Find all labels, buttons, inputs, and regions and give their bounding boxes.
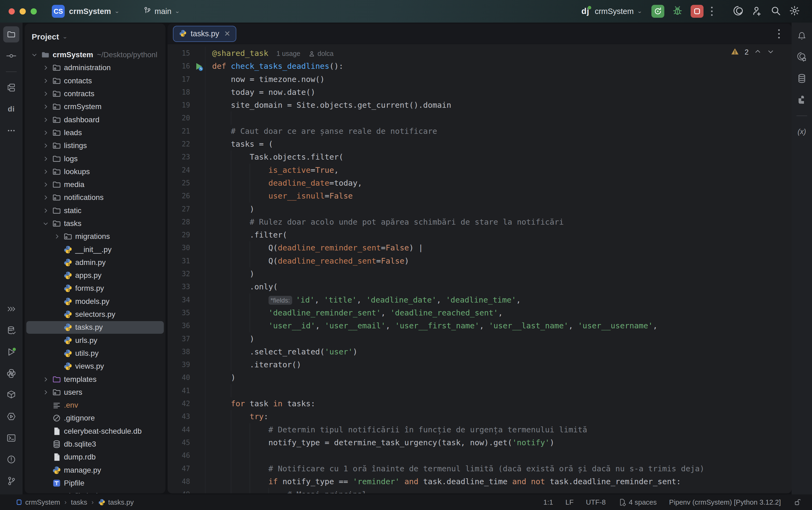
tree-item-celerybeat-schedule-db[interactable]: celerybeat-schedule.db [25, 425, 166, 438]
tree-item-models-py[interactable]: models.py [25, 295, 166, 308]
tree-item-utils-py[interactable]: utils.py [25, 347, 166, 360]
tree-item-tasks-py[interactable]: tasks.py [25, 321, 166, 334]
chevron-down-icon[interactable] [29, 52, 40, 58]
tree-item-users[interactable]: users [25, 386, 166, 399]
add-user-icon[interactable] [751, 5, 762, 18]
tree-item--env[interactable]: .env [25, 399, 166, 412]
project-name[interactable]: crmSystem [69, 7, 111, 16]
status-interpreter[interactable]: Pipenv (crmSystem) [Python 3.12.2] [669, 498, 781, 507]
more-run-actions-button[interactable] [711, 7, 713, 16]
tree-item-media[interactable]: media [25, 178, 166, 191]
code-editor[interactable]: 15@shared_task1 usagedolca16def check_ta… [168, 44, 791, 493]
tree-item-db-sqlite3[interactable]: db.sqlite3 [25, 438, 166, 451]
project-panel-header[interactable]: Project ⌄ [25, 24, 166, 44]
previous-problem-icon[interactable] [754, 48, 761, 56]
git-icon[interactable] [3, 473, 19, 489]
tree-item-lookups[interactable]: lookups [25, 165, 166, 178]
run-task-gutter-icon[interactable] [190, 60, 205, 73]
git-branch-widget[interactable]: main ⌄ [143, 6, 180, 17]
chevron-right-icon[interactable] [52, 233, 62, 240]
tree-item-static[interactable]: static [25, 204, 166, 217]
more-tool-windows-icon[interactable] [3, 122, 19, 139]
database-changes-icon[interactable] [3, 322, 19, 339]
database-icon[interactable] [794, 70, 810, 87]
chevron-right-icon[interactable] [40, 142, 51, 149]
tree-item-views-py[interactable]: views.py [25, 360, 166, 373]
breadcrumb-crmsystem[interactable]: crmSystem [16, 498, 60, 507]
variables-icon[interactable]: (x) [794, 123, 810, 140]
tree-item-templates[interactable]: templates [25, 373, 166, 386]
tree-item-crmsystem[interactable]: crmSystem~/Desktop/pythonl [25, 48, 166, 61]
chevron-right-icon[interactable] [40, 155, 51, 162]
tree-item-selectors-py[interactable]: selectors.py [25, 308, 166, 321]
tree-item-contacts[interactable]: contacts [25, 75, 166, 87]
status-encoding[interactable]: UTF-8 [586, 498, 606, 507]
settings-gear-icon[interactable] [789, 5, 800, 18]
notifications-icon[interactable] [794, 27, 810, 44]
django-structure-icon[interactable]: di [3, 101, 19, 117]
tree-item-crmsystem[interactable]: crmSystem [25, 100, 166, 113]
minimize-window-button[interactable] [20, 8, 26, 15]
python-console-icon[interactable] [3, 365, 19, 381]
tree-item-forms-py[interactable]: forms.py [25, 282, 166, 295]
tree-item-logs[interactable]: logs [25, 152, 166, 165]
tree-item-notifications[interactable]: notifications [25, 191, 166, 204]
tree-item-pipfile-lock[interactable]: Pipfile.lock [25, 489, 166, 493]
close-window-button[interactable] [8, 8, 15, 15]
run-icon[interactable] [3, 344, 19, 360]
tree-item-listings[interactable]: listings [25, 139, 166, 152]
chevron-right-icon[interactable] [40, 64, 51, 71]
project-folder-icon[interactable] [3, 26, 19, 42]
chevron-right-icon[interactable] [40, 78, 51, 84]
tab-tasks-py[interactable]: tasks.py ✕ [173, 26, 236, 42]
tree-item-manage-py[interactable]: manage.py [25, 464, 166, 477]
status-indent[interactable]: 4 spaces [618, 498, 657, 507]
problems-icon[interactable] [3, 451, 19, 468]
commit-icon[interactable] [3, 48, 19, 64]
breadcrumb-tasks-py[interactable]: tasks.py [98, 498, 134, 507]
tree-item--init-py[interactable]: __init__.py [25, 243, 166, 256]
tab-options-kebab[interactable] [778, 29, 780, 38]
chevron-right-icon[interactable] [40, 90, 51, 97]
services-icon[interactable] [3, 408, 19, 425]
breadcrumb-tasks[interactable]: tasks [71, 498, 87, 507]
tree-item-apps-py[interactable]: apps.py [25, 269, 166, 282]
tree-item-leads[interactable]: leads [25, 126, 166, 139]
status-line-separator[interactable]: LF [566, 498, 574, 507]
chevron-right-icon[interactable] [40, 389, 51, 396]
tree-item-migrations[interactable]: migrations [25, 230, 166, 243]
ai-assistant-icon[interactable] [732, 5, 744, 18]
chevron-right-icon[interactable] [40, 181, 51, 188]
chevron-right-icon[interactable] [40, 168, 51, 175]
structure-icon[interactable] [3, 80, 19, 96]
tree-item-urls-py[interactable]: urls.py [25, 334, 166, 347]
tree-item-contracts[interactable]: contracts [25, 87, 166, 100]
chevron-right-icon[interactable] [40, 194, 51, 201]
rerun-button[interactable] [652, 5, 664, 18]
chevron-right-icon[interactable] [40, 117, 51, 123]
terminal-icon[interactable] [3, 430, 19, 446]
python-packages-icon[interactable] [3, 387, 19, 403]
tree-item-admin-py[interactable]: admin.py [25, 256, 166, 269]
tree-item-administration[interactable]: administration [25, 61, 166, 74]
stop-button[interactable] [691, 5, 703, 18]
debug-button[interactable] [672, 5, 683, 18]
tree-item-tasks[interactable]: tasks [25, 217, 166, 230]
next-problem-icon[interactable] [767, 48, 774, 56]
tree-item--gitignore[interactable]: .gitignore [25, 412, 166, 425]
tree-item-pipfile[interactable]: Pipfile [25, 477, 166, 489]
chevron-right-icon[interactable] [40, 130, 51, 136]
ai-assistant-icon[interactable] [794, 49, 810, 65]
tree-item-dump-rdb[interactable]: dump.rdb [25, 451, 166, 463]
maximize-window-button[interactable] [31, 8, 37, 15]
chevron-right-icon[interactable] [40, 376, 51, 382]
chevron-down-icon[interactable] [40, 220, 51, 227]
hide-windows-icon[interactable] [3, 301, 19, 317]
inspection-widget[interactable]: 2 [731, 47, 774, 57]
chevron-right-icon[interactable] [40, 104, 51, 110]
chevron-right-icon[interactable] [40, 207, 51, 214]
tree-item-dashboard[interactable]: dashboard [25, 113, 166, 126]
plugins-icon[interactable] [794, 92, 810, 108]
close-icon[interactable]: ✕ [224, 29, 230, 38]
status-lock[interactable] [793, 498, 801, 506]
